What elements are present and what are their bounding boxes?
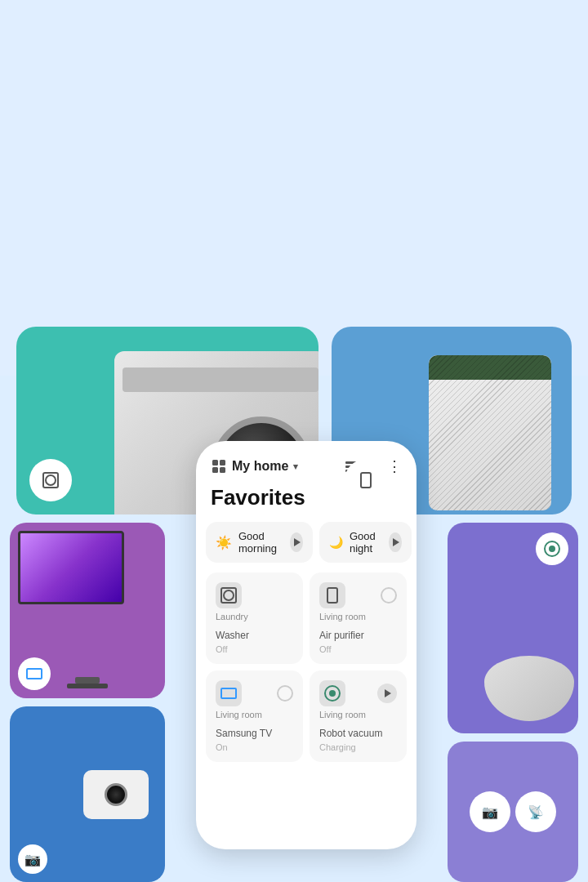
svg-rect-1 xyxy=(220,460,225,466)
camera-mini-card[interactable]: 📷 xyxy=(10,706,165,882)
tv-mini-card[interactable] xyxy=(10,523,165,698)
washer-card-header xyxy=(216,582,293,608)
purifier-grill xyxy=(429,355,551,510)
tv-device-card[interactable]: Living room Samsung TV On xyxy=(206,670,303,762)
good-morning-routine[interactable]: ☀️ Good morning xyxy=(206,522,313,563)
vacuum-room: Living room xyxy=(319,710,397,719)
chevron-down-icon: ▾ xyxy=(293,461,298,472)
hub-device-1: 📷 xyxy=(470,791,510,832)
home-label: My home xyxy=(232,459,288,474)
tv-icon xyxy=(26,668,42,679)
purifier-image xyxy=(429,355,572,514)
night-play-button[interactable] xyxy=(389,532,401,552)
phone-container: My home ▾ + ⋮ Favorites ☀️ xyxy=(175,523,438,882)
play-triangle-icon xyxy=(294,538,301,546)
purifier-name: Air purifier xyxy=(319,630,397,641)
more-menu-icon[interactable]: ⋮ xyxy=(387,457,402,475)
washer-panel xyxy=(122,368,318,392)
tv-base xyxy=(67,684,108,688)
sun-icon: ☀️ xyxy=(216,535,232,550)
camera-icon: 📷 xyxy=(24,852,41,867)
purifier-card-header xyxy=(319,582,397,608)
tv-icon-badge xyxy=(18,657,51,690)
purifier-icon-badge xyxy=(345,459,387,501)
tv-power-button[interactable] xyxy=(277,685,293,702)
purifier-room: Living room xyxy=(319,612,397,621)
tv-room: Living room xyxy=(216,710,293,719)
hub-row: 📷 📡 xyxy=(470,742,556,882)
washer-status: Off xyxy=(216,644,293,654)
svg-rect-0 xyxy=(212,460,218,466)
vacuum-body-img xyxy=(484,656,574,721)
tv-screen xyxy=(18,531,124,604)
svg-rect-2 xyxy=(212,467,218,473)
good-morning-label: Good morning xyxy=(238,530,283,555)
vacuum-card-header xyxy=(319,680,397,706)
routine-row: ☀️ Good morning 🌙 Good night xyxy=(196,522,416,572)
camera-icon-badge: 📷 xyxy=(18,844,47,874)
vacuum-device-icon xyxy=(319,680,345,706)
vacuum-icon xyxy=(544,541,560,557)
moon-icon: 🌙 xyxy=(329,536,343,549)
vacuum-icon-badge xyxy=(536,532,568,565)
phone-mockup: My home ▾ + ⋮ Favorites ☀️ xyxy=(196,441,416,849)
home-label-container[interactable]: My home ▾ xyxy=(211,458,298,474)
vacuum-mini-card[interactable] xyxy=(448,523,578,733)
vacuum-status: Charging xyxy=(319,742,397,752)
hub-router-icon: 📡 xyxy=(528,804,544,820)
home-grid-icon xyxy=(211,458,227,474)
play-triangle-icon-night xyxy=(393,538,399,546)
purifier-card[interactable] xyxy=(332,327,572,514)
washer-room: Laundry xyxy=(216,612,293,621)
purifier-body xyxy=(429,355,551,510)
svg-rect-3 xyxy=(220,467,225,473)
tv-name: Samsung TV xyxy=(216,728,293,739)
washer-icon-badge xyxy=(29,459,72,501)
good-night-label: Good night xyxy=(350,530,383,555)
purifier-device-card[interactable]: Living room Air purifier Off xyxy=(310,572,407,664)
tv-sm-icon xyxy=(220,688,237,699)
purifier-power-button[interactable] xyxy=(381,587,397,604)
hub-mini-card[interactable]: 📷 📡 xyxy=(448,742,578,882)
morning-play-button[interactable] xyxy=(290,532,303,552)
top-background xyxy=(0,0,588,376)
hub-device-2: 📡 xyxy=(515,791,556,832)
bottom-section: 📷 My home ▾ xyxy=(0,523,588,882)
camera-lens xyxy=(105,783,127,806)
washer-name: Washer xyxy=(216,630,293,641)
vacuum-name: Robot vacuum xyxy=(319,728,397,739)
device-grid: Laundry Washer Off Living room Air purif… xyxy=(196,572,416,762)
right-column: 📷 📡 xyxy=(448,523,578,882)
tv-stand xyxy=(75,677,100,684)
purifier-status: Off xyxy=(319,644,397,654)
washer-device-icon xyxy=(216,582,242,608)
purifier-device-icon xyxy=(319,582,345,608)
left-column: 📷 xyxy=(10,523,165,882)
tv-device-icon xyxy=(216,680,242,706)
tv-status: On xyxy=(216,742,293,752)
washer-device-card[interactable]: Laundry Washer Off xyxy=(206,572,303,664)
washer-sm-icon xyxy=(220,587,237,604)
tv-card-header xyxy=(216,680,293,706)
camera-body xyxy=(83,770,149,819)
hub-cam-icon: 📷 xyxy=(482,804,498,820)
vacuum-play-icon xyxy=(385,689,391,697)
washer-icon xyxy=(42,472,59,488)
vacuum-play-button[interactable] xyxy=(377,684,397,703)
vacuum-device-card[interactable]: Living room Robot vacuum Charging xyxy=(310,670,407,762)
purifier-icon xyxy=(360,472,372,488)
vacuum-sm-icon xyxy=(324,685,341,702)
airpurifier-sm-icon xyxy=(327,587,338,604)
good-night-routine[interactable]: 🌙 Good night xyxy=(319,522,412,563)
